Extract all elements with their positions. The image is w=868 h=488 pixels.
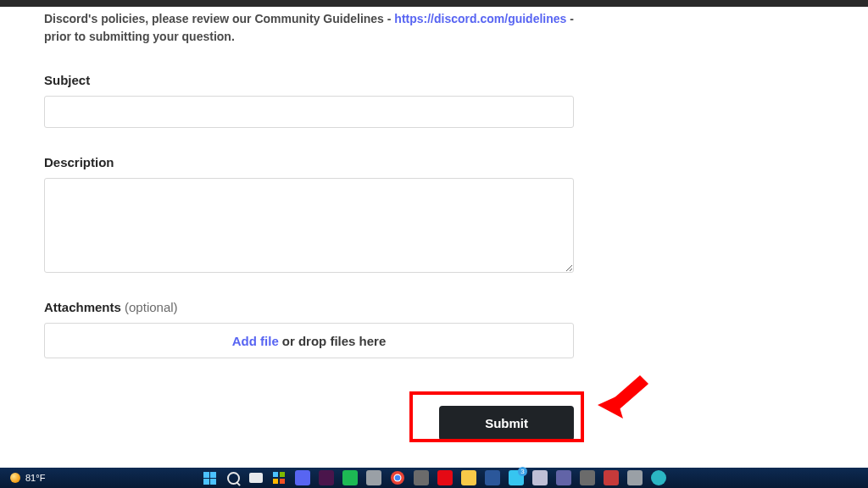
subject-input[interactable]	[44, 96, 574, 128]
svg-marker-1	[598, 396, 623, 419]
attachments-label: Attachments (optional)	[44, 300, 574, 314]
taskbar-app-4[interactable]	[366, 470, 381, 485]
taskbar-app-spotify[interactable]	[342, 470, 358, 485]
annotation-arrow-icon	[589, 371, 657, 430]
windows-icon	[203, 472, 216, 485]
taskbar-app-13[interactable]	[580, 470, 595, 485]
browser-top-bar	[0, 0, 868, 7]
guidelines-link[interactable]: https://discord.com/guidelines	[394, 12, 566, 25]
taskbar-app-netflix[interactable]	[437, 470, 453, 485]
taskbar-app-discord[interactable]	[295, 470, 310, 485]
description-label: Description	[44, 155, 574, 169]
drop-files-text: or drop files here	[282, 334, 387, 348]
weather-icon	[10, 473, 20, 483]
taskbar-app-12[interactable]	[556, 470, 571, 485]
taskbar-app-6[interactable]	[414, 470, 429, 485]
attachments-optional: (optional)	[125, 300, 178, 314]
taskbar-app-11[interactable]	[532, 470, 548, 485]
taskbar-app-2[interactable]	[319, 470, 334, 485]
taskbar-app-chrome[interactable]	[390, 470, 405, 485]
svg-point-8	[395, 475, 401, 481]
policy-text-a: Discord's policies, please review our Co…	[44, 12, 394, 25]
notification-badge: 3	[518, 467, 527, 476]
attachments-label-text: Attachments	[44, 300, 121, 314]
submit-row: Submit	[44, 406, 574, 441]
taskbar-app-edge[interactable]: 3	[509, 470, 524, 485]
taskbar-app-14[interactable]	[604, 470, 619, 485]
svg-marker-0	[606, 375, 648, 413]
add-file-link[interactable]: Add file	[232, 334, 279, 348]
chrome-icon	[390, 470, 405, 485]
search-button[interactable]	[225, 470, 241, 485]
svg-rect-5	[280, 479, 285, 484]
taskbar-center-icons: 3	[202, 468, 666, 488]
taskbar-weather[interactable]: 81°F	[0, 473, 45, 483]
search-icon	[227, 472, 240, 485]
widgets-icon	[271, 470, 287, 485]
taskbar-app-16[interactable]	[651, 470, 666, 485]
start-button[interactable]	[202, 470, 217, 485]
widgets-button[interactable]	[271, 470, 287, 485]
support-form: Discord's policies, please review our Co…	[44, 7, 574, 441]
svg-rect-4	[273, 479, 278, 484]
temperature-text: 81°F	[25, 473, 45, 483]
svg-rect-2	[273, 472, 278, 477]
description-textarea[interactable]	[44, 178, 574, 273]
task-view-button[interactable]	[249, 473, 263, 483]
page-content: Discord's policies, please review our Co…	[0, 7, 868, 468]
submit-button[interactable]: Submit	[439, 406, 574, 441]
windows-taskbar[interactable]: 81°F 3	[0, 468, 868, 488]
attachments-dropzone[interactable]: Add file or drop files here	[44, 323, 574, 358]
subject-label: Subject	[44, 73, 574, 87]
policy-text: Discord's policies, please review our Co…	[44, 10, 574, 46]
svg-rect-3	[280, 472, 285, 477]
taskbar-app-explorer[interactable]	[461, 470, 476, 485]
taskbar-app-15[interactable]	[627, 470, 643, 485]
taskbar-app-word[interactable]	[485, 470, 500, 485]
